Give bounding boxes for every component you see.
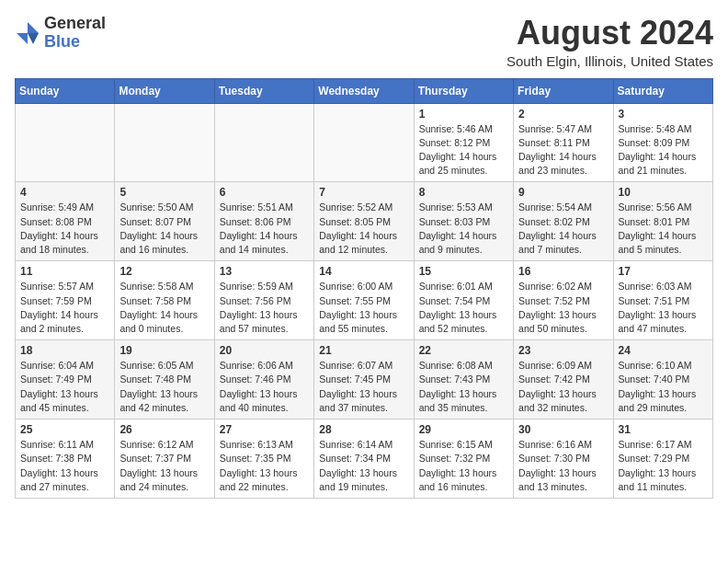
calendar-week-3: 11Sunrise: 5:57 AM Sunset: 7:59 PM Dayli… xyxy=(16,261,713,340)
day-number: 29 xyxy=(419,423,508,436)
day-info: Sunrise: 6:01 AM Sunset: 7:54 PM Dayligh… xyxy=(419,280,508,336)
day-info: Sunrise: 6:09 AM Sunset: 7:42 PM Dayligh… xyxy=(518,359,608,415)
day-number: 16 xyxy=(518,265,608,278)
calendar-cell: 15Sunrise: 6:01 AM Sunset: 7:54 PM Dayli… xyxy=(414,261,513,340)
calendar-cell: 30Sunrise: 6:16 AM Sunset: 7:30 PM Dayli… xyxy=(514,419,613,499)
day-info: Sunrise: 6:17 AM Sunset: 7:29 PM Dayligh… xyxy=(619,438,708,494)
day-number: 19 xyxy=(119,344,209,357)
day-number: 25 xyxy=(20,423,109,436)
calendar-week-5: 25Sunrise: 6:11 AM Sunset: 7:38 PM Dayli… xyxy=(16,419,713,499)
day-info: Sunrise: 5:50 AM Sunset: 8:07 PM Dayligh… xyxy=(119,201,209,257)
calendar-cell: 2Sunrise: 5:47 AM Sunset: 8:11 PM Daylig… xyxy=(514,103,613,182)
calendar-cell: 29Sunrise: 6:15 AM Sunset: 7:32 PM Dayli… xyxy=(414,419,513,499)
day-number: 1 xyxy=(419,108,508,121)
day-number: 21 xyxy=(319,344,408,357)
day-number: 11 xyxy=(20,265,109,278)
day-number: 2 xyxy=(518,108,608,121)
calendar-cell: 3Sunrise: 5:48 AM Sunset: 8:09 PM Daylig… xyxy=(613,103,712,182)
calendar-cell: 21Sunrise: 6:07 AM Sunset: 7:45 PM Dayli… xyxy=(314,340,414,419)
calendar-cell: 28Sunrise: 6:14 AM Sunset: 7:34 PM Dayli… xyxy=(314,419,414,499)
day-number: 15 xyxy=(419,265,508,278)
calendar-cell: 31Sunrise: 6:17 AM Sunset: 7:29 PM Dayli… xyxy=(613,419,712,499)
svg-marker-2 xyxy=(17,33,28,44)
day-info: Sunrise: 5:49 AM Sunset: 8:08 PM Dayligh… xyxy=(20,201,109,257)
day-number: 22 xyxy=(419,344,508,357)
calendar-cell: 24Sunrise: 6:10 AM Sunset: 7:40 PM Dayli… xyxy=(613,340,712,419)
day-header-friday: Friday xyxy=(514,78,613,103)
calendar-cell: 20Sunrise: 6:06 AM Sunset: 7:46 PM Dayli… xyxy=(214,340,313,419)
day-number: 28 xyxy=(319,423,408,436)
calendar-header: SundayMondayTuesdayWednesdayThursdayFrid… xyxy=(16,78,713,103)
day-number: 14 xyxy=(319,265,408,278)
day-info: Sunrise: 6:05 AM Sunset: 7:48 PM Dayligh… xyxy=(119,359,209,415)
day-number: 18 xyxy=(20,344,109,357)
day-number: 5 xyxy=(119,186,209,199)
day-info: Sunrise: 5:51 AM Sunset: 8:06 PM Dayligh… xyxy=(220,201,309,257)
day-info: Sunrise: 5:52 AM Sunset: 8:05 PM Dayligh… xyxy=(319,201,408,257)
day-number: 20 xyxy=(220,344,309,357)
calendar-cell: 8Sunrise: 5:53 AM Sunset: 8:03 PM Daylig… xyxy=(414,182,513,261)
day-header-thursday: Thursday xyxy=(414,78,513,103)
calendar-cell: 11Sunrise: 5:57 AM Sunset: 7:59 PM Dayli… xyxy=(16,261,115,340)
calendar-cell: 4Sunrise: 5:49 AM Sunset: 8:08 PM Daylig… xyxy=(16,182,115,261)
logo-text: General Blue xyxy=(44,15,106,52)
day-info: Sunrise: 6:04 AM Sunset: 7:49 PM Dayligh… xyxy=(20,359,109,415)
logo-blue: Blue xyxy=(44,32,80,51)
day-info: Sunrise: 5:58 AM Sunset: 7:58 PM Dayligh… xyxy=(119,280,209,336)
calendar-cell: 12Sunrise: 5:58 AM Sunset: 7:58 PM Dayli… xyxy=(115,261,214,340)
calendar-cell: 26Sunrise: 6:12 AM Sunset: 7:37 PM Dayli… xyxy=(115,419,214,499)
logo-icon xyxy=(15,20,40,46)
calendar-cell: 10Sunrise: 5:56 AM Sunset: 8:01 PM Dayli… xyxy=(613,182,712,261)
day-info: Sunrise: 6:03 AM Sunset: 7:51 PM Dayligh… xyxy=(619,280,708,336)
logo: General Blue xyxy=(15,15,106,52)
day-info: Sunrise: 6:10 AM Sunset: 7:40 PM Dayligh… xyxy=(619,359,708,415)
day-info: Sunrise: 5:59 AM Sunset: 7:56 PM Dayligh… xyxy=(220,280,309,336)
day-number: 8 xyxy=(419,186,508,199)
day-info: Sunrise: 6:14 AM Sunset: 7:34 PM Dayligh… xyxy=(319,438,408,494)
svg-marker-0 xyxy=(28,22,39,33)
day-info: Sunrise: 5:47 AM Sunset: 8:11 PM Dayligh… xyxy=(518,122,608,178)
day-info: Sunrise: 5:48 AM Sunset: 8:09 PM Dayligh… xyxy=(619,122,708,178)
day-header-saturday: Saturday xyxy=(613,78,712,103)
calendar-cell xyxy=(16,103,115,182)
calendar-week-1: 1Sunrise: 5:46 AM Sunset: 8:12 PM Daylig… xyxy=(16,103,713,182)
day-header-tuesday: Tuesday xyxy=(214,78,313,103)
day-number: 17 xyxy=(619,265,708,278)
day-header-wednesday: Wednesday xyxy=(314,78,414,103)
day-info: Sunrise: 5:56 AM Sunset: 8:01 PM Dayligh… xyxy=(619,201,708,257)
calendar-cell xyxy=(115,103,214,182)
day-number: 10 xyxy=(619,186,708,199)
day-number: 30 xyxy=(518,423,608,436)
day-info: Sunrise: 6:07 AM Sunset: 7:45 PM Dayligh… xyxy=(319,359,408,415)
calendar-week-2: 4Sunrise: 5:49 AM Sunset: 8:08 PM Daylig… xyxy=(16,182,713,261)
calendar-cell: 17Sunrise: 6:03 AM Sunset: 7:51 PM Dayli… xyxy=(613,261,712,340)
day-number: 27 xyxy=(220,423,309,436)
day-number: 6 xyxy=(220,186,309,199)
day-number: 4 xyxy=(20,186,109,199)
calendar-cell: 9Sunrise: 5:54 AM Sunset: 8:02 PM Daylig… xyxy=(514,182,613,261)
calendar-cell: 13Sunrise: 5:59 AM Sunset: 7:56 PM Dayli… xyxy=(214,261,313,340)
calendar-cell: 27Sunrise: 6:13 AM Sunset: 7:35 PM Dayli… xyxy=(214,419,313,499)
logo-general: General xyxy=(44,14,106,32)
calendar-body: 1Sunrise: 5:46 AM Sunset: 8:12 PM Daylig… xyxy=(16,103,713,498)
calendar-cell: 1Sunrise: 5:46 AM Sunset: 8:12 PM Daylig… xyxy=(414,103,513,182)
day-info: Sunrise: 6:02 AM Sunset: 7:52 PM Dayligh… xyxy=(518,280,608,336)
calendar-cell: 18Sunrise: 6:04 AM Sunset: 7:49 PM Dayli… xyxy=(16,340,115,419)
calendar-cell: 22Sunrise: 6:08 AM Sunset: 7:43 PM Dayli… xyxy=(414,340,513,419)
calendar-cell xyxy=(214,103,313,182)
days-of-week-row: SundayMondayTuesdayWednesdayThursdayFrid… xyxy=(16,78,713,103)
day-header-sunday: Sunday xyxy=(16,78,115,103)
page-header: General Blue August 2024 South Elgin, Il… xyxy=(15,15,713,69)
svg-marker-1 xyxy=(28,33,39,44)
calendar-cell: 14Sunrise: 6:00 AM Sunset: 7:55 PM Dayli… xyxy=(314,261,414,340)
calendar-cell: 25Sunrise: 6:11 AM Sunset: 7:38 PM Dayli… xyxy=(16,419,115,499)
calendar-cell: 23Sunrise: 6:09 AM Sunset: 7:42 PM Dayli… xyxy=(514,340,613,419)
day-number: 13 xyxy=(220,265,309,278)
month-year-title: August 2024 xyxy=(506,15,713,52)
day-number: 23 xyxy=(518,344,608,357)
day-info: Sunrise: 6:00 AM Sunset: 7:55 PM Dayligh… xyxy=(319,280,408,336)
day-info: Sunrise: 6:15 AM Sunset: 7:32 PM Dayligh… xyxy=(419,438,508,494)
calendar-cell: 19Sunrise: 6:05 AM Sunset: 7:48 PM Dayli… xyxy=(115,340,214,419)
day-info: Sunrise: 6:08 AM Sunset: 7:43 PM Dayligh… xyxy=(419,359,508,415)
day-number: 12 xyxy=(119,265,209,278)
